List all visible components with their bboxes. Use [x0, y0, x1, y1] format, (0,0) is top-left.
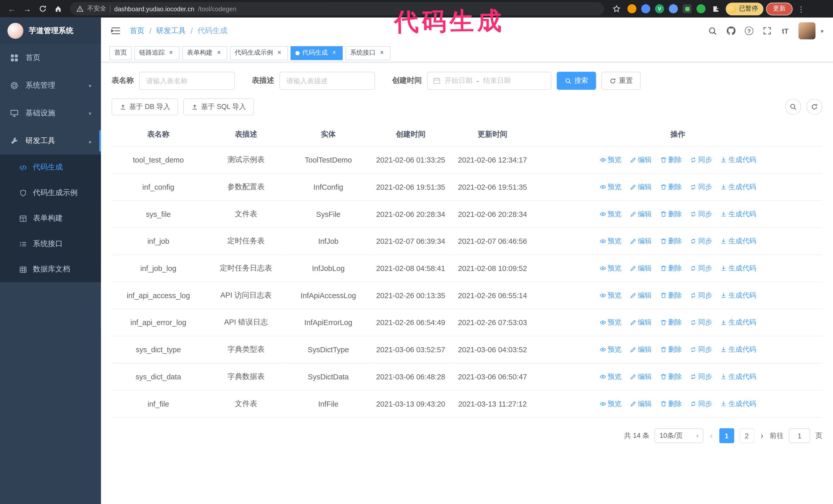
address-bar[interactable]: 不安全 dashboard.yudao.iocoder.cn/tool/code… — [70, 2, 604, 16]
generate-code-link[interactable]: 生成代码 — [720, 210, 756, 219]
preview-link[interactable]: 预览 — [599, 372, 621, 381]
sidebar-item-codegen[interactable]: 代码生成 — [0, 154, 101, 180]
preview-link[interactable]: 预览 — [599, 264, 621, 273]
preview-link[interactable]: 预览 — [599, 210, 621, 219]
sidebar-item-db-doc[interactable]: 数据库文档 — [0, 257, 101, 282]
preview-link[interactable]: 预览 — [599, 291, 621, 300]
preview-link[interactable]: 预览 — [599, 236, 621, 246]
user-avatar[interactable] — [799, 22, 815, 39]
close-icon[interactable]: × — [215, 49, 222, 57]
breadcrumb-dev-tools[interactable]: 研发工具 — [156, 26, 186, 35]
reload-icon[interactable] — [36, 2, 49, 15]
sync-link[interactable]: 同步 — [690, 372, 712, 381]
extensions-puzzle-icon[interactable] — [710, 3, 721, 14]
forward-icon[interactable]: → — [21, 2, 33, 15]
tab-codegen-example[interactable]: 代码生成示例 × — [230, 46, 288, 60]
sync-link[interactable]: 同步 — [690, 318, 712, 327]
sync-link[interactable]: 同步 — [690, 399, 712, 409]
extension-icon-1[interactable] — [627, 4, 636, 13]
delete-link[interactable]: 删除 — [660, 155, 682, 165]
sidebar-item-codegen-example[interactable]: 代码生成示例 — [0, 180, 101, 206]
extension-icon-5[interactable] — [696, 4, 705, 13]
edit-link[interactable]: 编辑 — [630, 264, 651, 273]
preview-link[interactable]: 预览 — [599, 399, 621, 409]
extension-icon-4[interactable] — [683, 4, 691, 13]
sync-link[interactable]: 同步 — [690, 291, 712, 300]
preview-link[interactable]: 预览 — [599, 155, 621, 165]
edit-link[interactable]: 编辑 — [630, 236, 651, 246]
table-name-input[interactable] — [139, 72, 235, 90]
tab-codegen[interactable]: 代码生成 × — [291, 46, 343, 60]
edit-link[interactable]: 编辑 — [630, 291, 651, 300]
refresh-table-button[interactable] — [806, 99, 822, 115]
delete-link[interactable]: 删除 — [660, 264, 682, 273]
search-icon[interactable] — [708, 26, 718, 35]
generate-code-link[interactable]: 生成代码 — [720, 236, 756, 246]
home-icon[interactable] — [51, 2, 64, 15]
tab-form-builder[interactable]: 表单构建 × — [182, 46, 227, 60]
sidebar-item-system[interactable]: 系统管理 ▾ — [0, 72, 101, 99]
help-icon[interactable]: ? — [744, 26, 754, 35]
sync-link[interactable]: 同步 — [690, 210, 712, 219]
extension-icon-3[interactable] — [669, 4, 678, 13]
tab-tracing[interactable]: 链路追踪 × — [134, 46, 180, 60]
delete-link[interactable]: 删除 — [660, 318, 682, 327]
delete-link[interactable]: 删除 — [660, 182, 682, 192]
page-button-2[interactable]: 2 — [739, 428, 754, 443]
toggle-search-button[interactable] — [785, 99, 801, 115]
generate-code-link[interactable]: 生成代码 — [720, 345, 756, 354]
sidebar-item-form-builder[interactable]: 表单构建 — [0, 206, 101, 231]
sidebar-item-home[interactable]: 首页 — [0, 44, 101, 72]
edit-link[interactable]: 编辑 — [630, 372, 651, 381]
import-db-button[interactable]: 基于 DB 导入 — [112, 98, 178, 115]
generate-code-link[interactable]: 生成代码 — [720, 182, 756, 192]
close-icon[interactable]: × — [276, 49, 283, 57]
delete-link[interactable]: 删除 — [660, 372, 682, 381]
sidebar-item-dev-tools[interactable]: 研发工具 ▴ — [0, 127, 101, 154]
preview-link[interactable]: 预览 — [599, 345, 621, 354]
font-size-icon[interactable]: tT — [781, 26, 790, 35]
sidebar-item-infrastructure[interactable]: 基础设施 ▾ — [0, 99, 101, 127]
edit-link[interactable]: 编辑 — [630, 210, 651, 219]
close-icon[interactable]: × — [378, 49, 386, 57]
reset-button[interactable]: 重置 — [601, 72, 641, 90]
browser-update-button[interactable]: 更新 — [766, 2, 793, 15]
delete-link[interactable]: 删除 — [660, 345, 682, 354]
page-button-1[interactable]: 1 — [719, 428, 734, 443]
edit-link[interactable]: 编辑 — [630, 399, 651, 409]
edit-link[interactable]: 编辑 — [630, 345, 651, 354]
generate-code-link[interactable]: 生成代码 — [720, 318, 756, 327]
table-desc-input[interactable] — [279, 72, 375, 90]
close-icon[interactable]: × — [167, 49, 175, 57]
search-button[interactable]: 搜索 — [557, 72, 596, 90]
goto-page-input[interactable] — [789, 428, 810, 443]
avatar-caret-icon[interactable]: ▾ — [821, 28, 823, 34]
hamburger-icon[interactable] — [111, 25, 121, 36]
edit-link[interactable]: 编辑 — [630, 318, 651, 327]
preview-link[interactable]: 预览 — [599, 182, 621, 192]
browser-menu-icon[interactable]: ⋮ — [795, 5, 807, 13]
sync-link[interactable]: 同步 — [690, 345, 712, 354]
delete-link[interactable]: 删除 — [660, 291, 682, 300]
back-icon[interactable]: ← — [5, 2, 18, 15]
date-range-picker[interactable]: 开始日期 - 结束日期 — [427, 72, 551, 90]
sidebar-item-system-api[interactable]: 系统接口 — [0, 231, 101, 257]
sync-link[interactable]: 同步 — [690, 155, 712, 165]
bookmark-star-icon[interactable] — [610, 2, 623, 15]
extension-icon-green-v[interactable]: V — [655, 4, 664, 13]
extension-icon-2[interactable] — [641, 4, 650, 13]
close-icon[interactable]: × — [330, 49, 338, 57]
preview-link[interactable]: 预览 — [599, 318, 621, 327]
page-size-select[interactable]: 10条/页 ▾ — [654, 428, 704, 443]
sync-link[interactable]: 同步 — [690, 264, 712, 273]
delete-link[interactable]: 删除 — [660, 236, 682, 246]
profile-chip[interactable]: 已暂停 — [725, 2, 763, 15]
breadcrumb-home[interactable]: 首页 — [130, 26, 145, 35]
edit-link[interactable]: 编辑 — [630, 182, 651, 192]
fullscreen-icon[interactable] — [762, 26, 772, 35]
prev-page-icon[interactable]: ‹ — [709, 431, 714, 440]
tab-home[interactable]: 首页 — [110, 46, 132, 60]
github-icon[interactable] — [726, 26, 736, 35]
generate-code-link[interactable]: 生成代码 — [720, 264, 756, 273]
delete-link[interactable]: 删除 — [660, 399, 682, 409]
